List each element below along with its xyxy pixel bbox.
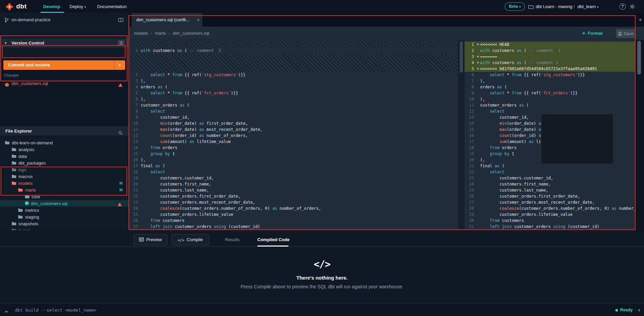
commit-and-resolve-button[interactable]: Commit and resolve ▾ [3,60,125,70]
code-line[interactable]: 8 select [129,108,458,114]
commit-options-chevron[interactable]: ▾ [114,60,125,70]
code-line[interactable]: 1+<<<<<<< HEAD [465,41,636,48]
code-line[interactable]: 31 left join customer_orders using (cust… [465,224,636,230]
gear-icon[interactable] [629,4,635,11]
help-icon[interactable]: ? [619,3,626,10]
code-line[interactable]: 7customer_orders as ( [129,102,458,108]
code-line[interactable]: 26 customer_orders.first_order_date, [465,193,636,199]
tab-compiled-code[interactable]: Compiled Code [257,234,289,245]
breadcrumb-item[interactable]: models [134,31,148,36]
changed-file-row[interactable]: dim_customers.sql [0,80,129,87]
editor-tab[interactable]: dim_customers.sql (confli... × [132,13,202,27]
code-line[interactable]: 10), [465,96,636,102]
nav-documentation[interactable]: Documentation [97,0,127,13]
line-number: 24 [129,205,141,211]
code-line[interactable]: 11customer_orders as ( [465,102,636,108]
tree-item-metrics[interactable]: metrics [0,207,129,213]
code-line[interactable]: 23 customer_orders.most_recent_order_dat… [129,199,458,205]
tree-item-dim-customers-sql[interactable]: dim_customers.sql [0,200,129,207]
tree-item-marts[interactable]: martsM [0,186,129,193]
version-control-header[interactable]: ▾ Version Control 1 [0,38,129,48]
search-icon[interactable] [118,129,123,138]
code-line[interactable]: 5 select * from {{ ref('fct_orders')}} [129,90,458,96]
compile-button[interactable]: </>Compile [171,234,209,245]
preview-button[interactable]: Preview [134,234,167,245]
command-input[interactable]: dbt build --select <model_name> [15,304,97,316]
code-line[interactable]: 10 min(order_date) as first_order_date, [129,120,458,126]
format-button[interactable]: Format [582,27,603,40]
code-line[interactable]: 18 select [129,169,458,175]
code-line[interactable]: 5+>>>>>>> b81f802a66fd544504c65721e3ffaa… [465,66,636,72]
code-line[interactable]: 1with customers as ( -- comment 2 [129,48,458,54]
branch-selector[interactable]: on-demand-practice [0,13,129,27]
tree-item-staging[interactable]: staging [0,213,129,220]
code-line[interactable]: 22 customer_orders.first_order_date, [129,193,458,199]
code-line[interactable]: 28 coalesce(customer_orders.number_of_or… [465,205,636,211]
tree-item-logs[interactable]: logs [0,166,129,173]
code-line[interactable]: 4orders as ( [129,84,458,90]
code-line[interactable]: 16), [129,157,458,163]
tab-results[interactable]: Results [225,234,240,245]
code-line[interactable]: 20 customers.first_name, [129,181,458,187]
code-line[interactable]: 17final as ( [129,163,458,169]
code-line[interactable]: 9 select * from {{ ref('fct_orders')}} [465,90,636,96]
code-line[interactable]: 30 from customers [465,218,636,224]
nav-develop[interactable]: Develop [43,0,60,13]
code-line[interactable]: 19 customers.customer_id, [129,175,458,181]
code-line[interactable]: 7), [465,78,636,84]
code-line[interactable]: 2 select * from {{ ref('stg_customers')}… [129,72,458,78]
tree-item-snapshots[interactable]: snapshots [0,220,129,227]
code-line[interactable]: 26 from customers [129,218,458,224]
code-line[interactable]: 15 group by 1 [129,151,458,157]
code-line[interactable]: 25 customer_orders.lifetime_value [129,211,458,218]
code-line[interactable]: 4+with customers as ( -- comment 1 [465,60,636,66]
code-line[interactable]: 6), [129,96,458,102]
breadcrumb-item[interactable]: dim_customers.sql [173,31,209,36]
code-line[interactable]: 2with customers as ( -- comment 2 [465,48,636,54]
tree-item-macros[interactable]: macros [0,173,129,180]
code-line[interactable]: 21 customers.last_name, [129,187,458,193]
code-line[interactable]: 12 select [465,108,636,114]
tree-item-models[interactable]: modelsM [0,180,129,186]
code-line[interactable]: 25 customers.last_name, [465,187,636,193]
code-line[interactable]: 14 from orders [129,145,458,151]
tree-item-core[interactable]: core [0,193,129,200]
tree-item-dbt-packages[interactable]: dbt_packages [0,160,129,166]
code-line[interactable]: 27 left join customer_orders using (cust… [129,224,458,230]
editor-pane-left[interactable]: 1with customers as ( -- comment 22 selec… [129,40,458,230]
save-button[interactable]: Save [616,29,636,38]
code-line[interactable]: 13 sum(amount) as lifetime_value [129,139,458,145]
code-line[interactable]: 29 customer_orders.lifetime_value [465,211,636,218]
nav-deploy[interactable]: Deploy ▾ [69,0,86,13]
code-line[interactable]: 24 customers.first_name, [465,181,636,187]
code-line-content: customer_id, [480,115,529,120]
code-line[interactable]: 3), [129,78,458,84]
code-line[interactable]: 12 count(order_id) as number_of_orders, [129,133,458,139]
code-line[interactable]: 21final as ( [465,163,636,169]
breadcrumb-item[interactable]: marts [155,31,166,36]
left-pane-scrollbar[interactable] [460,41,463,73]
file-explorer-header[interactable]: File Explorer [0,126,129,136]
scrollbar-thumb[interactable] [637,41,641,75]
tree-item-analysis[interactable]: analysis [0,146,129,153]
tree-item-data[interactable]: data [0,153,129,160]
code-line[interactable]: 11 max(order_date) as most_recent_order_… [129,126,458,133]
new-tab-icon[interactable]: + [636,13,644,27]
project-selector[interactable]: dbt_learn ▾ [578,0,599,13]
code-line[interactable]: 6 select * from {{ ref('stg_customers')}… [465,72,636,78]
code-line[interactable]: 27 customer_orders.most_recent_order_dat… [465,199,636,205]
code-line[interactable]: 3+======= [465,54,636,60]
command-bar-plus-icon[interactable]: + [638,304,641,316]
account-name[interactable]: dbt Learn - mwong [536,0,572,13]
docs-book-icon[interactable] [118,18,123,24]
beta-badge[interactable]: Beta ▾ [505,2,525,11]
close-icon[interactable]: × [197,13,200,27]
code-line[interactable]: 9 customer_id, [129,114,458,120]
code-line[interactable]: 22 select [465,169,636,175]
code-line[interactable]: 24 coalesce(customer_orders.number_of_or… [129,205,458,211]
tree-item-dbt-learn-on-demand[interactable]: dbt-learn-on-demand [0,139,129,146]
code-line[interactable]: 23 customers.customer_id, [465,175,636,181]
chevron-up-icon[interactable] [4,309,9,315]
code-line[interactable]: 8orders as ( [465,84,636,90]
dbt-cloud-ide: dbt Develop Deploy ▾ Documentation Beta … [0,0,644,316]
